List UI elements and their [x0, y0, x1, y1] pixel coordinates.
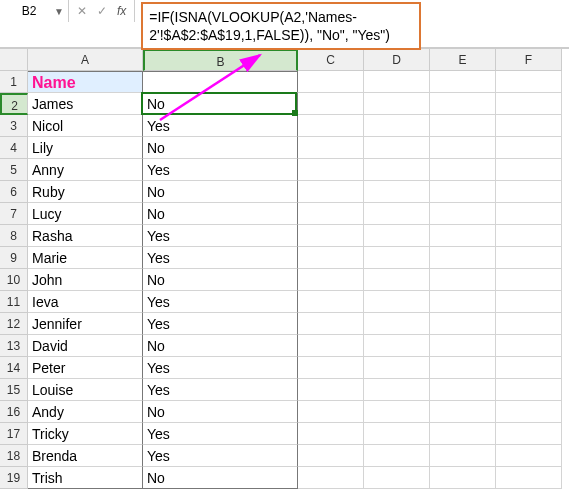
cell-empty[interactable] [298, 203, 364, 225]
cell-empty[interactable] [298, 269, 364, 291]
confirm-icon[interactable]: ✓ [97, 4, 107, 18]
cell-empty[interactable] [496, 401, 562, 423]
cell-empty[interactable] [430, 445, 496, 467]
cell-name[interactable]: Lily [28, 137, 143, 159]
cell-empty[interactable] [430, 71, 496, 93]
cell-empty[interactable] [496, 247, 562, 269]
cell-empty[interactable] [298, 93, 364, 115]
name-box[interactable]: ▼ [0, 0, 69, 22]
cell-empty[interactable] [430, 247, 496, 269]
cell-empty[interactable] [364, 357, 430, 379]
cell-result[interactable]: Yes [143, 313, 298, 335]
cell-empty[interactable] [496, 115, 562, 137]
cell-empty[interactable] [298, 379, 364, 401]
cell-empty[interactable] [430, 401, 496, 423]
cell-name[interactable]: Ieva [28, 291, 143, 313]
cell-empty[interactable] [298, 115, 364, 137]
cell-empty[interactable] [496, 203, 562, 225]
cell-empty[interactable] [496, 313, 562, 335]
cell-result[interactable]: Yes [143, 445, 298, 467]
cell-result[interactable]: No [143, 181, 298, 203]
cell-empty[interactable] [298, 225, 364, 247]
row-header[interactable]: 15 [0, 379, 28, 401]
cell-result[interactable]: Yes [143, 357, 298, 379]
row-header[interactable]: 10 [0, 269, 28, 291]
cell-empty[interactable] [364, 335, 430, 357]
cell-result[interactable]: No [143, 467, 298, 489]
header-name[interactable]: Name [28, 71, 143, 93]
cell-empty[interactable] [364, 71, 430, 93]
cell-empty[interactable] [430, 291, 496, 313]
cell-empty[interactable] [496, 225, 562, 247]
formula-input[interactable]: =IF(ISNA(VLOOKUP(A2,'Names-2'!$A$2:$A$19… [141, 2, 421, 50]
cell-empty[interactable] [496, 379, 562, 401]
cell-result[interactable]: Yes [143, 423, 298, 445]
cell-empty[interactable] [298, 467, 364, 489]
cell-name[interactable]: Brenda [28, 445, 143, 467]
fx-icon[interactable]: fx [117, 4, 126, 18]
cell-name[interactable]: John [28, 269, 143, 291]
cell-result[interactable]: No [143, 401, 298, 423]
cell-empty[interactable] [298, 247, 364, 269]
row-header[interactable]: 9 [0, 247, 28, 269]
cell-result[interactable]: Yes [143, 291, 298, 313]
cell-empty[interactable] [298, 181, 364, 203]
cell-name[interactable]: Anny [28, 159, 143, 181]
row-header[interactable]: 14 [0, 357, 28, 379]
cell-empty[interactable] [430, 313, 496, 335]
select-all-corner[interactable] [0, 49, 28, 71]
row-header[interactable]: 4 [0, 137, 28, 159]
cell-empty[interactable] [364, 225, 430, 247]
cell-empty[interactable] [364, 93, 430, 115]
row-header[interactable]: 16 [0, 401, 28, 423]
cell-empty[interactable] [364, 291, 430, 313]
cell-empty[interactable] [430, 269, 496, 291]
cell-empty[interactable] [298, 401, 364, 423]
cell-empty[interactable] [298, 291, 364, 313]
cell-empty[interactable] [364, 379, 430, 401]
cell-empty[interactable] [364, 313, 430, 335]
cell-empty[interactable] [430, 93, 496, 115]
cell-empty[interactable] [430, 181, 496, 203]
cell-empty[interactable] [364, 203, 430, 225]
cell-empty[interactable] [496, 357, 562, 379]
row-header[interactable]: 13 [0, 335, 28, 357]
cell-empty[interactable] [298, 159, 364, 181]
cell-name[interactable]: David [28, 335, 143, 357]
cell-empty[interactable] [364, 467, 430, 489]
cell-empty[interactable] [496, 181, 562, 203]
cancel-icon[interactable]: ✕ [77, 4, 87, 18]
cell-result[interactable]: Yes [143, 379, 298, 401]
cell-empty[interactable] [430, 467, 496, 489]
cell-empty[interactable] [364, 269, 430, 291]
cell-result[interactable]: Yes [143, 225, 298, 247]
row-header[interactable]: 6 [0, 181, 28, 203]
cell-name[interactable]: Lucy [28, 203, 143, 225]
cell-empty[interactable] [496, 269, 562, 291]
cell-empty[interactable] [364, 401, 430, 423]
cell-empty[interactable] [496, 335, 562, 357]
cell-empty[interactable] [496, 291, 562, 313]
cell-empty[interactable] [496, 445, 562, 467]
cell-empty[interactable] [496, 467, 562, 489]
cell-empty[interactable] [430, 357, 496, 379]
cell-empty[interactable] [364, 181, 430, 203]
cell-empty[interactable] [430, 379, 496, 401]
row-header[interactable]: 17 [0, 423, 28, 445]
cell-empty[interactable] [430, 203, 496, 225]
cell-name[interactable]: Tricky [28, 423, 143, 445]
cell-result[interactable]: No [143, 203, 298, 225]
row-header[interactable]: 3 [0, 115, 28, 137]
row-header[interactable]: 1 [0, 71, 28, 93]
cell-empty[interactable] [298, 313, 364, 335]
cell-empty[interactable] [496, 93, 562, 115]
cell-name[interactable]: Louise [28, 379, 143, 401]
cell-result[interactable]: No [143, 335, 298, 357]
row-header[interactable]: 8 [0, 225, 28, 247]
cell-empty[interactable] [364, 247, 430, 269]
cell-empty[interactable] [298, 423, 364, 445]
cell-empty[interactable] [430, 423, 496, 445]
cell-empty[interactable] [496, 423, 562, 445]
cell-name[interactable]: Peter [28, 357, 143, 379]
cell-result[interactable]: No [143, 269, 298, 291]
